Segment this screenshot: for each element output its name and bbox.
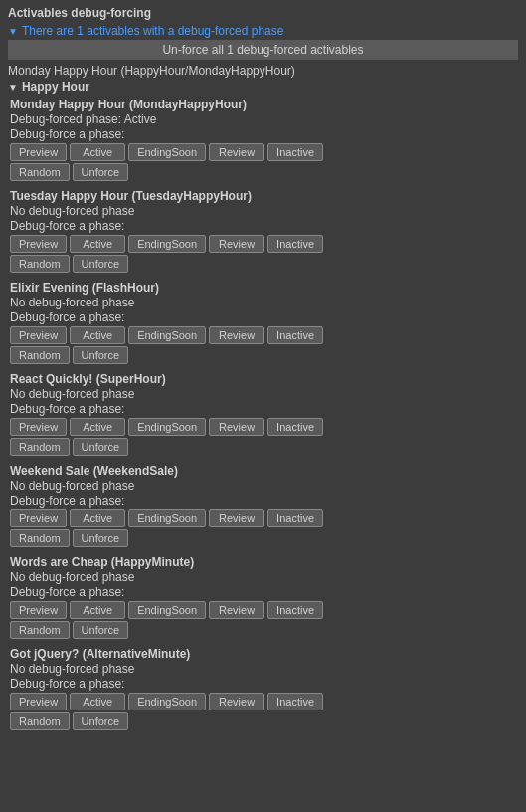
button-unforce[interactable]: Unforce [73, 621, 129, 639]
phase-button-inactive[interactable]: Inactive [267, 693, 323, 710]
phase-status: No debug-forced phase [10, 479, 518, 493]
section-toggle-icon: ▼ [8, 82, 18, 93]
phase-button-endingsoon[interactable]: EndingSoon [128, 326, 206, 344]
activable-block: Words are Cheap (HappyMinute)No debug-fo… [8, 555, 518, 639]
extra-buttons-row: RandomUnforce [10, 529, 518, 547]
phase-buttons-row: PreviewActiveEndingSoonReviewInactive [10, 326, 518, 344]
activable-block: Tuesday Happy Hour (TuesdayHappyHour)No … [8, 189, 518, 273]
debug-force-label: Debug-force a phase: [10, 127, 518, 141]
button-random[interactable]: Random [10, 346, 70, 364]
phase-button-inactive[interactable]: Inactive [267, 601, 323, 619]
phase-button-preview[interactable]: Preview [10, 601, 67, 619]
phase-button-inactive[interactable]: Inactive [267, 143, 323, 161]
phase-button-preview[interactable]: Preview [10, 326, 67, 344]
activable-name: Elixir Evening (FlashHour) [10, 281, 518, 295]
phase-button-review[interactable]: Review [209, 235, 264, 253]
activable-name: Tuesday Happy Hour (TuesdayHappyHour) [10, 189, 518, 203]
extra-buttons-row: RandomUnforce [10, 438, 518, 456]
button-unforce[interactable]: Unforce [73, 163, 129, 181]
phase-button-endingsoon[interactable]: EndingSoon [128, 418, 206, 436]
activable-name: Words are Cheap (HappyMinute) [10, 555, 518, 569]
alert-text: There are 1 activables with a debug-forc… [22, 24, 284, 38]
button-unforce[interactable]: Unforce [73, 438, 129, 456]
button-random[interactable]: Random [10, 529, 70, 547]
phase-button-endingsoon[interactable]: EndingSoon [128, 509, 206, 527]
phase-button-preview[interactable]: Preview [10, 143, 67, 161]
activable-block: Weekend Sale (WeekendSale)No debug-force… [8, 464, 518, 547]
button-unforce[interactable]: Unforce [73, 346, 129, 364]
activable-name: Got jQuery? (AlternativeMinute) [10, 647, 518, 661]
debug-force-label: Debug-force a phase: [10, 494, 518, 508]
phase-button-review[interactable]: Review [209, 693, 264, 710]
activables-list: Monday Happy Hour (MondayHappyHour)Debug… [8, 98, 518, 730]
button-random[interactable]: Random [10, 712, 70, 730]
phase-buttons-row: PreviewActiveEndingSoonReviewInactive [10, 601, 518, 619]
arrow-icon: ▼ [8, 26, 18, 37]
phase-button-inactive[interactable]: Inactive [267, 509, 323, 527]
button-random[interactable]: Random [10, 621, 70, 639]
debug-force-label: Debug-force a phase: [10, 677, 518, 691]
activable-name: Monday Happy Hour (MondayHappyHour) [10, 98, 518, 111]
phase-status: No debug-forced phase [10, 387, 518, 401]
button-random[interactable]: Random [10, 255, 70, 273]
alert-link[interactable]: ▼ There are 1 activables with a debug-fo… [8, 24, 518, 38]
activable-block: Elixir Evening (FlashHour)No debug-force… [8, 281, 518, 364]
phase-buttons-row: PreviewActiveEndingSoonReviewInactive [10, 509, 518, 527]
extra-buttons-row: RandomUnforce [10, 346, 518, 364]
phase-button-active[interactable]: Active [70, 601, 125, 619]
activable-block: React Quickly! (SuperHour)No debug-force… [8, 372, 518, 456]
phase-button-review[interactable]: Review [209, 143, 264, 161]
button-unforce[interactable]: Unforce [73, 255, 129, 273]
extra-buttons-row: RandomUnforce [10, 255, 518, 273]
phase-status: No debug-forced phase [10, 662, 518, 676]
button-random[interactable]: Random [10, 163, 70, 181]
phase-button-preview[interactable]: Preview [10, 235, 67, 253]
button-unforce[interactable]: Unforce [73, 712, 129, 730]
phase-button-endingsoon[interactable]: EndingSoon [128, 143, 206, 161]
debug-force-label: Debug-force a phase: [10, 585, 518, 599]
phase-button-active[interactable]: Active [70, 235, 125, 253]
phase-button-active[interactable]: Active [70, 418, 125, 436]
debug-force-label: Debug-force a phase: [10, 219, 518, 233]
phase-buttons-row: PreviewActiveEndingSoonReviewInactive [10, 693, 518, 710]
breadcrumb: Monday Happy Hour (HappyHour/MondayHappy… [8, 64, 518, 78]
phase-button-preview[interactable]: Preview [10, 509, 67, 527]
phase-buttons-row: PreviewActiveEndingSoonReviewInactive [10, 143, 518, 161]
phase-button-endingsoon[interactable]: EndingSoon [128, 601, 206, 619]
phase-button-review[interactable]: Review [209, 601, 264, 619]
phase-button-preview[interactable]: Preview [10, 693, 67, 710]
activable-name: Weekend Sale (WeekendSale) [10, 464, 518, 478]
extra-buttons-row: RandomUnforce [10, 712, 518, 730]
phase-buttons-row: PreviewActiveEndingSoonReviewInactive [10, 418, 518, 436]
activable-block: Got jQuery? (AlternativeMinute)No debug-… [8, 647, 518, 730]
phase-button-endingsoon[interactable]: EndingSoon [128, 693, 206, 710]
activable-block: Monday Happy Hour (MondayHappyHour)Debug… [8, 98, 518, 181]
debug-force-label: Debug-force a phase: [10, 310, 518, 324]
extra-buttons-row: RandomUnforce [10, 163, 518, 181]
phase-button-active[interactable]: Active [70, 693, 125, 710]
phase-button-active[interactable]: Active [70, 143, 125, 161]
phase-button-review[interactable]: Review [209, 509, 264, 527]
phase-button-preview[interactable]: Preview [10, 418, 67, 436]
unforce-all-button[interactable]: Un-force all 1 debug-forced activables [8, 40, 518, 60]
phase-button-review[interactable]: Review [209, 326, 264, 344]
page-container: Activables debug-forcing ▼ There are 1 a… [0, 0, 526, 744]
phase-button-inactive[interactable]: Inactive [267, 418, 323, 436]
button-random[interactable]: Random [10, 438, 70, 456]
phase-status: No debug-forced phase [10, 570, 518, 584]
phase-button-review[interactable]: Review [209, 418, 264, 436]
activable-name: React Quickly! (SuperHour) [10, 372, 518, 386]
phase-status: Debug-forced phase: Active [10, 112, 518, 126]
section-header[interactable]: ▼ Happy Hour [8, 80, 518, 94]
phase-button-active[interactable]: Active [70, 509, 125, 527]
phase-button-inactive[interactable]: Inactive [267, 235, 323, 253]
section-title: Happy Hour [22, 80, 89, 94]
phase-status: No debug-forced phase [10, 204, 518, 218]
debug-force-label: Debug-force a phase: [10, 402, 518, 416]
page-title: Activables debug-forcing [8, 6, 518, 20]
phase-button-inactive[interactable]: Inactive [267, 326, 323, 344]
phase-button-active[interactable]: Active [70, 326, 125, 344]
phase-status: No debug-forced phase [10, 296, 518, 309]
button-unforce[interactable]: Unforce [73, 529, 129, 547]
phase-button-endingsoon[interactable]: EndingSoon [128, 235, 206, 253]
